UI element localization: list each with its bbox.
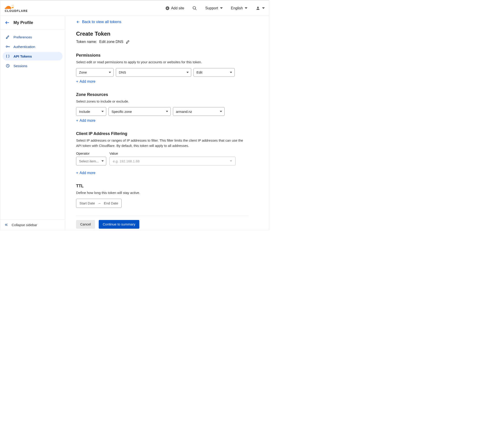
zone-name-value: armand.nz bbox=[176, 110, 192, 114]
arrow-left-icon bbox=[76, 20, 80, 24]
language-dropdown[interactable]: English bbox=[231, 6, 247, 10]
caret-down-icon bbox=[245, 7, 247, 9]
ip-filter-section: Client IP Address Filtering Select IP ad… bbox=[76, 131, 248, 175]
zone-resources-section: Zone Resources Select zones to include o… bbox=[76, 92, 248, 123]
braces-icon bbox=[5, 54, 10, 58]
search-button[interactable] bbox=[192, 6, 197, 10]
collapse-sidebar-label: Collapse sidebar bbox=[12, 223, 37, 227]
main-content: Back to view all tokens Create Token Tok… bbox=[65, 16, 269, 230]
svg-point-1 bbox=[13, 5, 13, 5]
sidebar-item-authentication[interactable]: Authentication bbox=[2, 42, 63, 51]
page-title: Create Token bbox=[76, 31, 248, 37]
ip-value-placeholder: e.g. 192.168.1.88 bbox=[113, 159, 140, 163]
sidebar-item-api-tokens[interactable]: API Tokens bbox=[2, 52, 63, 61]
caret-down-icon bbox=[186, 72, 189, 73]
support-label: Support bbox=[205, 6, 218, 10]
sidebar: My Profile Preferences bbox=[0, 16, 65, 230]
plus-icon: + bbox=[76, 171, 78, 175]
ip-add-more-button[interactable]: + Add more bbox=[76, 171, 96, 175]
svg-line-5 bbox=[195, 9, 197, 10]
global-header: CLOUDFLARE + Add site Support English bbox=[0, 0, 269, 16]
continue-button[interactable]: Continue to summary bbox=[99, 220, 140, 229]
caret-down-icon bbox=[109, 72, 111, 73]
arrow-right-icon: → bbox=[98, 201, 101, 205]
ttl-date-range-picker[interactable]: Start Date → End Date bbox=[76, 199, 122, 208]
ip-value-input[interactable]: e.g. 192.168.1.88 bbox=[109, 157, 235, 165]
token-name-label: Token name: bbox=[76, 40, 97, 44]
pencil-icon bbox=[5, 35, 10, 39]
add-more-label: Add more bbox=[80, 80, 95, 84]
add-site-button[interactable]: + Add site bbox=[166, 6, 184, 10]
sidebar-title: My Profile bbox=[13, 20, 33, 25]
zone-name-select[interactable]: armand.nz bbox=[173, 107, 225, 116]
caret-down-icon bbox=[220, 7, 223, 9]
zone-resources-desc: Select zones to include or exclude. bbox=[76, 99, 248, 104]
ttl-heading: TTL bbox=[76, 184, 248, 188]
permission-scope-select[interactable]: Zone bbox=[76, 68, 114, 77]
back-arrow-icon[interactable] bbox=[5, 20, 10, 25]
user-menu[interactable] bbox=[256, 6, 265, 10]
ip-operator-select[interactable]: Select item... bbox=[76, 157, 106, 165]
chevrons-left-icon bbox=[4, 223, 9, 227]
caret-down-icon bbox=[262, 7, 265, 9]
zone-selector-select[interactable]: Specific zone bbox=[108, 107, 171, 116]
sidebar-item-sessions[interactable]: Sessions bbox=[2, 62, 63, 70]
cloudflare-logo[interactable]: CLOUDFLARE bbox=[5, 4, 32, 13]
back-link-text: Back to view all tokens bbox=[82, 20, 121, 24]
plus-icon: + bbox=[76, 118, 78, 123]
svg-text:CLOUDFLARE: CLOUDFLARE bbox=[5, 9, 28, 13]
sidebar-item-label: API Tokens bbox=[13, 54, 32, 58]
add-more-label: Add more bbox=[80, 171, 95, 175]
ttl-start-label: Start Date bbox=[80, 201, 95, 205]
permission-level-value: Edit bbox=[197, 70, 202, 74]
ttl-desc: Define how long this token will stay act… bbox=[76, 190, 248, 196]
zone-mode-select[interactable]: Include bbox=[76, 107, 106, 116]
caret-down-icon bbox=[166, 111, 168, 112]
permission-scope-value: Zone bbox=[79, 70, 87, 74]
sidebar-item-preferences[interactable]: Preferences bbox=[2, 33, 63, 41]
support-dropdown[interactable]: Support bbox=[205, 6, 223, 10]
permissions-section: Permissions Select edit or read permissi… bbox=[76, 53, 248, 84]
sidebar-item-label: Authentication bbox=[13, 45, 35, 49]
permission-resource-select[interactable]: DNS bbox=[116, 68, 191, 77]
edit-token-name-button[interactable] bbox=[126, 40, 130, 44]
divider bbox=[76, 216, 248, 216]
permissions-add-more-button[interactable]: + Add more bbox=[76, 80, 96, 84]
zone-selector-value: Specific zone bbox=[111, 110, 132, 114]
footer-actions: Cancel Continue to summary bbox=[76, 220, 248, 230]
caret-down-icon bbox=[101, 160, 104, 162]
svg-point-4 bbox=[193, 6, 196, 9]
zone-add-more-button[interactable]: + Add more bbox=[76, 118, 96, 123]
operator-label: Operator bbox=[76, 152, 106, 155]
app-window: CLOUDFLARE + Add site Support English bbox=[0, 0, 269, 230]
ip-filter-desc: Select IP addresses or ranges of IP addr… bbox=[76, 138, 248, 148]
clock-icon bbox=[5, 64, 10, 68]
cancel-button[interactable]: Cancel bbox=[76, 220, 95, 229]
token-name-row: Token name: Edit zone DNS bbox=[76, 40, 248, 44]
ip-operator-placeholder: Select item... bbox=[79, 159, 99, 163]
sidebar-header: My Profile bbox=[0, 16, 65, 29]
svg-point-0 bbox=[12, 5, 12, 6]
token-name-value: Edit zone DNS bbox=[99, 40, 123, 44]
key-icon bbox=[5, 45, 10, 49]
plus-circle-icon: + bbox=[166, 6, 169, 10]
body: My Profile Preferences bbox=[0, 16, 269, 230]
collapse-sidebar-button[interactable]: Collapse sidebar bbox=[0, 219, 65, 230]
permissions-heading: Permissions bbox=[76, 53, 248, 58]
ttl-end-label: End Date bbox=[104, 201, 118, 205]
permission-resource-value: DNS bbox=[119, 70, 126, 74]
svg-point-6 bbox=[257, 7, 259, 8]
back-to-tokens-link[interactable]: Back to view all tokens bbox=[76, 20, 121, 24]
add-site-label: Add site bbox=[171, 6, 184, 10]
svg-point-2 bbox=[13, 6, 14, 6]
svg-point-9 bbox=[6, 46, 8, 47]
ttl-section: TTL Define how long this token will stay… bbox=[76, 184, 248, 208]
zone-mode-value: Include bbox=[79, 110, 90, 114]
sidebar-item-label: Preferences bbox=[13, 35, 32, 39]
add-more-label: Add more bbox=[80, 118, 95, 123]
caret-down-icon bbox=[230, 72, 232, 73]
permission-level-select[interactable]: Edit bbox=[194, 68, 235, 77]
language-label: English bbox=[231, 6, 243, 10]
sidebar-item-label: Sessions bbox=[13, 64, 27, 68]
ip-filter-heading: Client IP Address Filtering bbox=[76, 131, 248, 136]
